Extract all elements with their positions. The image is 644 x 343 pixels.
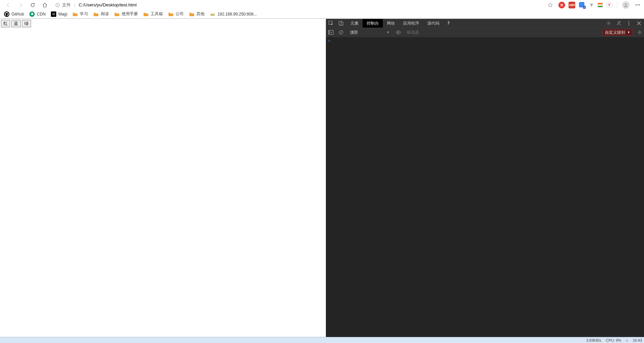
tab-sources[interactable]: 源代码 [423, 19, 443, 28]
svg-point-10 [608, 23, 609, 24]
bookmark-cdn[interactable]: ⬢ CDN [27, 11, 48, 18]
extension-buttons: ABP 0 ▼ Y [558, 1, 641, 9]
extension-flag-icon[interactable] [597, 3, 603, 7]
svg-point-15 [628, 25, 630, 26]
svg-rect-1 [57, 5, 58, 6]
live-expression-button[interactable] [393, 28, 403, 37]
nav-home-button[interactable] [39, 0, 51, 10]
svg-point-19 [398, 32, 399, 33]
nav-back-button[interactable] [3, 0, 14, 10]
console-sidebar-toggle[interactable] [326, 30, 336, 35]
console-settings-button[interactable] [635, 28, 644, 37]
folder-icon [168, 11, 174, 17]
svg-point-3 [625, 3, 626, 5]
taskbar-cpu-label: CPU: 9% [606, 338, 621, 342]
address-url-text: C:/Users/yu/Desktop/test.html [79, 2, 136, 7]
bookmark-label: 公司 [176, 11, 184, 17]
button-green[interactable]: 绿 [22, 20, 31, 27]
bookmark-github[interactable]: GitHub [2, 11, 26, 18]
extension-badge-icon[interactable]: 0 [579, 2, 585, 8]
bookmark-toolbox-folder[interactable]: 工具箱 [141, 10, 165, 18]
info-icon [55, 3, 60, 7]
device-toolbar-button[interactable] [336, 21, 346, 26]
cdn-icon: ⬢ [29, 11, 35, 17]
bookmark-reading-folder[interactable]: 阅读 [91, 10, 111, 18]
inspect-element-button[interactable] [326, 21, 336, 26]
extension-y-icon[interactable]: Y [606, 2, 612, 8]
devtools-feedback-button[interactable] [614, 21, 624, 26]
nav-forward-button[interactable] [15, 0, 26, 10]
folder-icon [189, 11, 194, 17]
console-context-label: 顶部 [350, 30, 358, 35]
svg-point-12 [620, 21, 620, 22]
bookmark-company-folder[interactable]: 公司 [166, 10, 186, 18]
browser-toolbar: 文件 | C:/Users/yu/Desktop/test.html ABP 0… [0, 0, 644, 10]
address-bar[interactable]: 文件 | C:/Users/yu/Desktop/test.html [55, 1, 136, 9]
bookmark-label: 学习 [80, 11, 88, 17]
tray-overflow-icon[interactable]: » [626, 338, 628, 342]
log-level-select[interactable]: 自定义级别 ▼ [603, 29, 633, 36]
svg-rect-9 [341, 22, 343, 25]
log-level-label: 自定义级别 [605, 30, 625, 35]
bookmark-label: GitHub [11, 12, 24, 17]
extension-icon-1[interactable] [558, 2, 565, 8]
magi-icon: M [51, 11, 56, 17]
favorite-star-button[interactable] [546, 2, 555, 8]
svg-rect-17 [329, 30, 330, 34]
folder-icon [93, 11, 99, 17]
windows-taskbar[interactable]: 3.83KB/s CPU: 9% » 16:43 [0, 337, 644, 343]
address-separator: | [74, 2, 75, 7]
bookmark-label: Magi [58, 12, 67, 17]
nav-refresh-button[interactable] [27, 0, 38, 10]
folder-icon [72, 11, 78, 17]
extension-badge-count: 0 [583, 6, 586, 9]
svg-rect-5 [211, 13, 211, 14]
button-blue[interactable]: 蓝 [11, 20, 21, 27]
chevron-down-icon: ▼ [387, 31, 390, 34]
bookmark-router[interactable]: 192.168.99.250:808... [208, 11, 259, 18]
bookmark-label: 使用手册 [122, 11, 138, 17]
tabs-overflow-button[interactable] [443, 19, 454, 28]
bookmark-label: CDN [37, 12, 45, 17]
folder-icon [143, 11, 149, 17]
bookmarks-bar: GitHub ⬢ CDN M Magi 学习 阅读 使用手册 工具箱 公司 其他… [0, 10, 644, 19]
extension-v-icon[interactable]: ▼ [589, 2, 594, 8]
tab-network[interactable]: 网络 [383, 19, 399, 28]
devtools-panel: 元素 控制台 网络 应用程序 源代码 [326, 19, 644, 337]
svg-point-11 [618, 22, 620, 23]
tab-elements[interactable]: 元素 [346, 19, 363, 28]
taskbar-clock: 16:43 [633, 338, 642, 342]
bookmark-label: 192.168.99.250:808... [217, 12, 257, 17]
svg-point-13 [628, 21, 630, 22]
svg-point-20 [639, 32, 640, 33]
extension-abp-icon[interactable]: ABP [569, 2, 575, 8]
button-red[interactable]: 红 [1, 20, 10, 27]
tab-application[interactable]: 应用程序 [399, 19, 423, 28]
folder-icon [114, 11, 120, 17]
taskbar-net-speed: 3.83KB/s [586, 338, 601, 342]
console-prompt-chevron: > [328, 38, 330, 43]
console-filter-input[interactable] [403, 30, 447, 35]
console-filter-wrap [403, 28, 603, 37]
profile-avatar-button[interactable] [622, 1, 630, 9]
svg-point-14 [628, 23, 630, 24]
tab-console[interactable]: 控制台 [363, 19, 383, 28]
bookmark-label: 其他 [196, 11, 205, 17]
devtools-close-button[interactable] [634, 21, 644, 25]
console-context-select[interactable]: 顶部 ▼ [346, 28, 393, 37]
console-clear-button[interactable] [336, 30, 346, 35]
bookmark-study-folder[interactable]: 学习 [70, 10, 90, 18]
page-content: 红 蓝 绿 [0, 19, 326, 337]
bookmark-magi[interactable]: M Magi [49, 11, 69, 18]
devtools-menu-button[interactable] [624, 21, 634, 26]
svg-rect-2 [57, 4, 58, 4]
bookmark-other-folder[interactable]: 其他 [187, 10, 207, 18]
devtools-settings-button[interactable] [604, 21, 614, 26]
chevron-down-icon: ▼ [627, 31, 630, 34]
devtools-tabstrip: 元素 控制台 网络 应用程序 源代码 [326, 19, 644, 28]
bookmark-label: 工具箱 [151, 11, 163, 17]
browser-menu-button[interactable] [636, 4, 640, 5]
console-output[interactable]: > [326, 37, 644, 337]
address-protocol-label: 文件 [62, 2, 71, 8]
bookmark-manual-folder[interactable]: 使用手册 [112, 10, 140, 18]
